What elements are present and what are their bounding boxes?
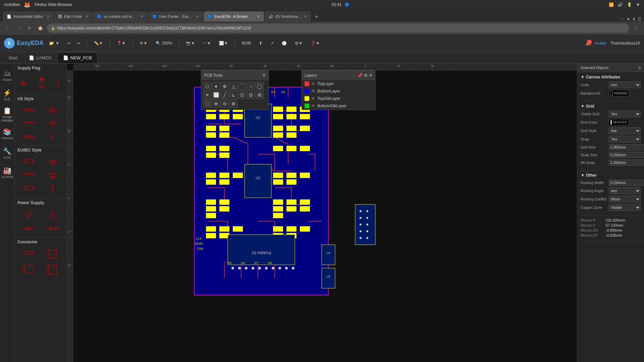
- pcb-tool-14[interactable]: ⊞: [256, 91, 264, 99]
- us-diode[interactable]: [41, 118, 64, 130]
- project-tool[interactable]: 🗂 Project: [1, 66, 14, 84]
- pcb-tools-panel-header[interactable]: PCB Tools ✕: [201, 71, 268, 80]
- gnd-component[interactable]: [17, 76, 30, 89]
- tab-close-2[interactable]: ✕: [141, 14, 144, 19]
- tab-close-0[interactable]: ✕: [47, 14, 50, 19]
- reload-button[interactable]: ↻: [25, 24, 34, 32]
- power-battery2[interactable]: [41, 223, 64, 234]
- alt-snap-input[interactable]: [609, 160, 644, 166]
- vcc-component[interactable]: VCC: [34, 74, 50, 91]
- pcb-tool-5[interactable]: ⌒: [238, 82, 246, 90]
- grid-style-select[interactable]: line dot: [609, 127, 641, 134]
- grid-color-value[interactable]: #FFFFFF: [609, 119, 629, 126]
- routing-conflict-select[interactable]: Block Warn Ignore: [609, 196, 641, 202]
- us-line[interactable]: [41, 131, 64, 142]
- browser-tab-instructable[interactable]: 📄Instructable Editor✕: [3, 11, 54, 21]
- eu-series[interactable]: [17, 183, 40, 195]
- grid-size-input[interactable]: [609, 144, 644, 150]
- us-series-resistor[interactable]: [17, 131, 40, 142]
- layer-bottom[interactable]: 👁 BottomLayer: [302, 87, 375, 95]
- tab-close-4[interactable]: ✕: [257, 14, 260, 19]
- activities-label[interactable]: Activities: [4, 2, 20, 7]
- browser-tab-fotor[interactable]: 🖼Edit | Fotor✕: [54, 11, 93, 21]
- pcb-tool-1[interactable]: ⬡: [203, 82, 211, 90]
- units-select[interactable]: mm mil inch: [609, 81, 641, 88]
- layer-bottomsilk[interactable]: 👁 BottomSilkLayer: [302, 102, 375, 110]
- home-button[interactable]: 🏠: [36, 24, 44, 32]
- layer-bottomsilk-eye[interactable]: 👁: [311, 104, 315, 108]
- connector-4[interactable]: [41, 262, 64, 277]
- background-color[interactable]: #000000: [609, 90, 629, 97]
- eu-resistor[interactable]: [17, 156, 40, 168]
- pcb-tools-close[interactable]: ✕: [262, 73, 266, 78]
- routing-angle-select[interactable]: any 45 90: [609, 187, 641, 194]
- tab-new-pcb[interactable]: 📄NEW_PCB: [57, 52, 98, 63]
- tab-close-5[interactable]: ✕: [304, 14, 307, 19]
- copper-zone-select[interactable]: Visible Hidden: [609, 204, 641, 211]
- url-bar[interactable]: 🔒 https://easyeda.com/editor#id=27da6c15…: [47, 23, 629, 33]
- place-menu[interactable]: 📍▼: [114, 38, 128, 48]
- layer-top-eye[interactable]: 👁: [311, 81, 315, 86]
- snap-select[interactable]: Yes No: [609, 136, 641, 142]
- elib-tool[interactable]: ⚡ ELib: [1, 86, 14, 104]
- us-resistor[interactable]: [17, 105, 40, 117]
- pcb-tool-16[interactable]: ⊕: [212, 100, 220, 108]
- grid-chevron[interactable]: ▼: [581, 104, 585, 109]
- eu-capacitor[interactable]: [41, 156, 64, 168]
- visible-grid-select[interactable]: Yes No: [609, 111, 641, 117]
- us-inductor[interactable]: [17, 118, 40, 130]
- user-avatar[interactable]: Avatar: [595, 41, 606, 46]
- wire-button[interactable]: 〰▼: [200, 38, 214, 48]
- layers-settings-icon[interactable]: ⚙: [364, 73, 368, 78]
- tab-start[interactable]: Start: [3, 52, 23, 63]
- share-button[interactable]: ↗: [268, 38, 276, 48]
- pcb-tool-11[interactable]: ⊾: [229, 91, 237, 99]
- settings-button[interactable]: ⚙▼: [292, 38, 305, 48]
- group-button[interactable]: ⬜▼: [216, 38, 231, 48]
- layers-pin-icon[interactable]: 📌: [358, 73, 363, 78]
- forward-button[interactable]: →: [15, 24, 23, 32]
- layer-topsilk-eye[interactable]: 👁: [311, 96, 315, 101]
- snapshot-button[interactable]: 📷▼: [183, 38, 198, 48]
- new-tab-button[interactable]: +: [312, 12, 321, 21]
- help-button[interactable]: ❓▼: [308, 38, 322, 48]
- file-menu[interactable]: 📁▼: [46, 38, 62, 48]
- power-gnd[interactable]: [17, 208, 40, 222]
- layer-topsilk[interactable]: 👁 TopSilkLayer: [302, 95, 375, 102]
- bookmark-star[interactable]: ☆: [632, 24, 640, 32]
- redo-button[interactable]: ↪: [74, 38, 83, 48]
- pcb-tool-12[interactable]: ⊡: [238, 91, 246, 99]
- browser-tab-easyeda[interactable]: 🔵EasyEDA - A Simple and...✕: [204, 11, 264, 21]
- pcb-tool-13[interactable]: ⊟: [247, 91, 255, 99]
- draw-menu[interactable]: ✏️▼: [91, 38, 106, 48]
- pcb-tool-7[interactable]: ◯: [256, 82, 264, 90]
- connector-3[interactable]: [17, 262, 40, 277]
- pcb-tool-3[interactable]: ⊕: [221, 82, 229, 90]
- tab-lamos[interactable]: 📄LAMOS: [23, 52, 57, 63]
- pcb-canvas[interactable]: U2 U3 ProMini 5V P1: [73, 70, 577, 362]
- power-component[interactable]: [54, 76, 63, 89]
- routing-width-input[interactable]: [609, 180, 644, 186]
- history-button[interactable]: 🕐: [279, 38, 289, 48]
- us-capacitor[interactable]: [41, 105, 64, 117]
- pcb-tool-9[interactable]: ⬜: [212, 91, 220, 99]
- libraries-tool[interactable]: 📚 Libraries: [1, 125, 14, 143]
- pcb-tool-2[interactable]: ●: [212, 82, 220, 90]
- back-button[interactable]: ←: [4, 24, 12, 32]
- other-chevron[interactable]: ▼: [581, 173, 585, 178]
- bom-button[interactable]: BOM: [239, 38, 254, 48]
- eu-inductor[interactable]: [17, 169, 40, 181]
- power-battery1[interactable]: [17, 223, 40, 234]
- pcb-tool-17[interactable]: ⊖: [221, 100, 229, 108]
- tab-close-1[interactable]: ✕: [85, 14, 88, 19]
- tab-close-3[interactable]: ✕: [196, 14, 199, 19]
- view-button[interactable]: 👁▼: [137, 38, 150, 48]
- lcsc-tool[interactable]: 🔧 LCSC: [1, 144, 14, 162]
- layer-top[interactable]: 👁 TopLayer: [302, 80, 375, 87]
- connector-1[interactable]: [17, 248, 40, 261]
- power-vcc[interactable]: [41, 208, 64, 222]
- notification-area[interactable]: 🔔 3: [586, 41, 591, 46]
- pcb-tool-4[interactable]: △: [229, 82, 237, 90]
- layers-panel-header[interactable]: Layers 📌 ⚙ ✕: [302, 71, 375, 80]
- jlcpcb-tool[interactable]: 🏭 JLCPCB: [1, 164, 14, 182]
